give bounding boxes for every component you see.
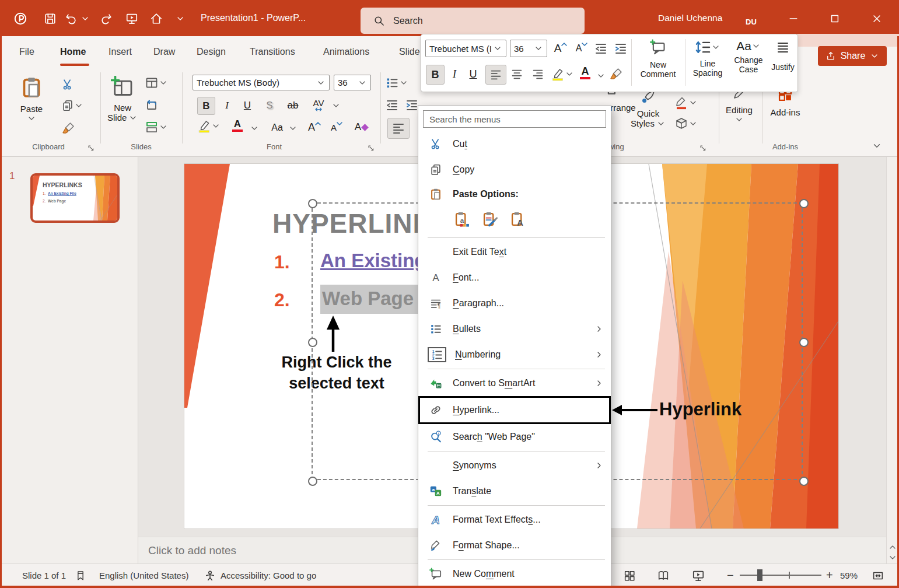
slideshow-button[interactable]	[124, 10, 140, 27]
shape-outline-button[interactable]	[674, 96, 698, 110]
tab-transitions[interactable]: Transitions	[250, 36, 295, 68]
menu-item-cut[interactable]: Cut	[418, 131, 611, 157]
clear-formatting-button[interactable]: A	[351, 119, 371, 135]
mini-bold-toggle[interactable]: B	[426, 65, 445, 85]
resize-handle-bottom-right[interactable]	[799, 477, 809, 486]
list-item-2-number[interactable]: 2.	[274, 289, 290, 311]
resize-handle-top-left[interactable]	[308, 199, 317, 208]
mini-grow-font-button[interactable]: A	[552, 40, 569, 57]
mini-new-comment-button[interactable]: New Comment	[636, 39, 680, 79]
font-color-chevron-icon[interactable]	[250, 124, 259, 133]
text-shadow-toggle[interactable]: S	[261, 97, 278, 114]
undo-button[interactable]	[63, 10, 79, 27]
menu-item-numbering[interactable]: Numbering	[418, 342, 611, 368]
format-painter-button[interactable]	[61, 121, 75, 135]
cut-button[interactable]	[61, 78, 74, 91]
menu-item-translate[interactable]: Translate	[418, 478, 611, 504]
zoom-slider-track[interactable]	[740, 575, 821, 576]
drawing-dialog-launcher-icon[interactable]	[698, 142, 708, 153]
language-indicator[interactable]: English (United States)	[99, 564, 188, 587]
scroll-down-arrow-icon[interactable]	[888, 552, 897, 562]
mini-increase-indent-button[interactable]	[614, 41, 628, 55]
new-slide-button[interactable]: New Slide	[107, 76, 138, 123]
menu-item-exit-edit-text[interactable]: Exit Edit Text	[418, 239, 611, 265]
font-size-combo[interactable]: 36	[334, 75, 371, 90]
hyperlink-callout-label[interactable]: Hyperlink	[659, 399, 741, 420]
close-button[interactable]	[869, 10, 885, 27]
slide-thumbnail[interactable]: HYPERLINKS 1. An Existing File 2. Web Pa…	[30, 173, 120, 223]
mini-italic-toggle[interactable]: I	[447, 65, 462, 83]
paste-option-keep-source-formatting[interactable]	[479, 208, 501, 230]
menu-item-new-comment[interactable]: New Comment	[418, 561, 611, 587]
underline-toggle[interactable]: U	[239, 97, 256, 114]
mini-change-case-button[interactable]: Aa Change Case	[729, 39, 768, 74]
shape-effects-button[interactable]	[674, 117, 698, 131]
reset-button[interactable]	[145, 98, 159, 112]
character-spacing-button[interactable]: AV	[308, 97, 329, 114]
section-button[interactable]	[145, 120, 168, 134]
menu-item-synonyms[interactable]: Synonyms	[418, 453, 611, 478]
menu-item-convert-to-smartart[interactable]: Convert to SmartArt	[418, 370, 611, 396]
increase-indent-button[interactable]	[405, 98, 419, 112]
resize-handle-bottom-left[interactable]	[308, 477, 317, 486]
shrink-font-button[interactable]: A	[328, 119, 345, 135]
strikethrough-toggle[interactable]: ab	[284, 97, 302, 114]
char-spacing-chevron-icon[interactable]	[331, 101, 341, 110]
menu-item-format-shape[interactable]: Format Shape...	[418, 533, 611, 558]
slideshow-view-button[interactable]	[692, 564, 705, 587]
menu-item-bullets[interactable]: Bullets	[418, 316, 611, 342]
italic-toggle[interactable]: I	[219, 97, 235, 114]
search-input[interactable]	[392, 15, 558, 27]
font-color-button[interactable]: A	[232, 119, 243, 132]
zoom-out-button[interactable]: −	[727, 564, 734, 587]
change-case-button[interactable]: Aa	[267, 120, 287, 135]
tab-file[interactable]: File	[19, 36, 34, 68]
mini-underline-toggle[interactable]: U	[464, 65, 482, 83]
quick-access-chevron-icon[interactable]	[175, 10, 186, 27]
menu-item-search-web-page[interactable]: Search "Web Page"	[418, 424, 611, 450]
mini-align-right-toggle[interactable]	[529, 65, 547, 83]
tab-draw[interactable]: Draw	[153, 36, 175, 68]
fit-to-window-button[interactable]	[872, 564, 884, 587]
slide-sorter-view-button[interactable]	[623, 564, 636, 587]
mini-align-center-toggle[interactable]	[508, 65, 526, 83]
mini-format-painter-button[interactable]	[609, 67, 623, 81]
resize-handle-top-right[interactable]	[799, 199, 809, 208]
tab-home[interactable]: Home	[60, 36, 86, 68]
collapse-ribbon-chevron-icon[interactable]	[872, 140, 882, 151]
maximize-button[interactable]	[827, 10, 843, 27]
mini-font-name-combo[interactable]: Trebuchet MS (I	[425, 40, 506, 57]
change-case-chevron-icon[interactable]	[288, 124, 298, 133]
align-left-toggle[interactable]	[387, 118, 410, 139]
menu-item-font[interactable]: Font...	[418, 265, 611, 290]
quick-styles-button[interactable]: Quick Styles	[629, 89, 667, 128]
minimize-button[interactable]	[785, 10, 802, 27]
mini-justify-button[interactable]: Justify	[770, 40, 796, 72]
save-button[interactable]	[42, 10, 58, 27]
mini-font-color-button[interactable]: A	[580, 66, 590, 79]
mini-decrease-indent-button[interactable]	[594, 41, 608, 55]
clipboard-dialog-launcher-icon[interactable]	[86, 142, 96, 153]
list-item-1-number[interactable]: 1.	[274, 251, 290, 273]
home-button[interactable]	[148, 10, 165, 27]
accessibility-status[interactable]: Accessibility: Good to go	[221, 564, 316, 587]
paste-button[interactable]: Paste	[20, 76, 43, 123]
resize-handle-middle-right[interactable]	[799, 338, 809, 347]
paste-option-keep-text-only[interactable]	[507, 208, 529, 230]
menu-item-paragraph[interactable]: Paragraph...	[418, 290, 611, 316]
share-button[interactable]: Share	[818, 46, 887, 66]
copy-button[interactable]	[61, 99, 83, 112]
bullets-button[interactable]	[385, 76, 408, 90]
slide-indicator[interactable]: Slide 1 of 1	[22, 564, 66, 587]
menu-search-box[interactable]	[423, 110, 606, 128]
menu-search-input[interactable]	[428, 114, 601, 125]
mini-shrink-font-button[interactable]: A	[573, 40, 590, 57]
mini-highlight-button[interactable]	[551, 67, 574, 81]
undo-dropdown-chevron-icon[interactable]	[81, 10, 90, 27]
text-highlight-button[interactable]	[197, 119, 221, 133]
zoom-slider-thumb[interactable]	[757, 569, 762, 581]
grow-font-button[interactable]: A	[306, 119, 323, 135]
zoom-level[interactable]: 59%	[840, 564, 858, 587]
mini-font-color-chevron-icon[interactable]	[596, 71, 606, 80]
mini-align-left-toggle[interactable]	[485, 65, 506, 85]
